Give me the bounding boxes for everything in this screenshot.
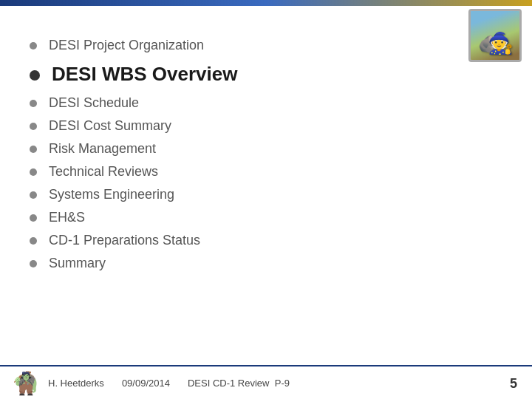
bullet-dot-risk [30,146,37,153]
footer-date: 09/09/2014 [122,378,170,389]
list-item-risk-text: Risk Management [49,141,156,157]
list-item-cost-text: DESI Cost Summary [49,118,171,134]
bullet-dot-wbs [30,70,40,81]
list-item-tech-text: Technical Reviews [49,164,158,180]
bullet-dot-schedule [30,100,37,107]
footer-event: DESI CD-1 Review P-9 [188,378,290,389]
list-item-wbs: DESI WBS Overview [30,57,502,92]
logo-figure-icon: 🧙 [488,31,514,55]
list-item-systems: Systems Engineering [30,183,502,206]
list-item-wbs-text: DESI WBS Overview [52,63,237,86]
list-item-org-text: DESI Project Organization [49,38,204,53]
footer-left: 🧌 H. Heetderks 09/09/2014 DESI CD-1 Revi… [12,370,290,396]
bullet-dot-cost [30,123,37,130]
list-item-cd1: CD-1 Preparations Status [30,229,502,252]
footer-text: H. Heetderks 09/09/2014 DESI CD-1 Review… [48,378,290,389]
bullet-list: DESI Project Organization DESI WBS Overv… [30,34,502,275]
list-item-tech: Technical Reviews [30,160,502,183]
footer: 🧌 H. Heetderks 09/09/2014 DESI CD-1 Revi… [0,365,532,399]
list-item-ehs: EH&S [30,206,502,229]
bullet-dot-cd1 [30,237,37,245]
bullet-dot-systems [30,191,37,199]
list-item-cd1-text: CD-1 Preparations Status [49,233,200,248]
logo-image: 🪨 🧙 [471,11,519,60]
bullet-dot-tech [30,168,37,176]
list-item-schedule: DESI Schedule [30,92,502,115]
list-item-schedule-text: DESI Schedule [49,95,139,111]
top-bar [0,0,532,6]
list-item-summary: Summary [30,252,502,275]
footer-author: H. Heetderks [48,378,104,389]
list-item-ehs-text: EH&S [49,210,85,225]
list-item-risk: Risk Management [30,137,502,160]
bullet-dot-ehs [30,214,37,222]
list-item-summary-text: Summary [49,256,106,271]
bullet-dot-summary [30,260,37,267]
header-logo: 🪨 🧙 [468,9,522,62]
list-item-org: DESI Project Organization [30,34,502,57]
list-item-systems-text: Systems Engineering [49,187,174,202]
bullet-dot-org [30,42,37,50]
footer-page-number: 5 [510,376,517,392]
footer-figure-icon: 🧌 [12,370,39,396]
list-item-cost: DESI Cost Summary [30,115,502,137]
main-content: DESI Project Organization DESI WBS Overv… [0,12,532,290]
